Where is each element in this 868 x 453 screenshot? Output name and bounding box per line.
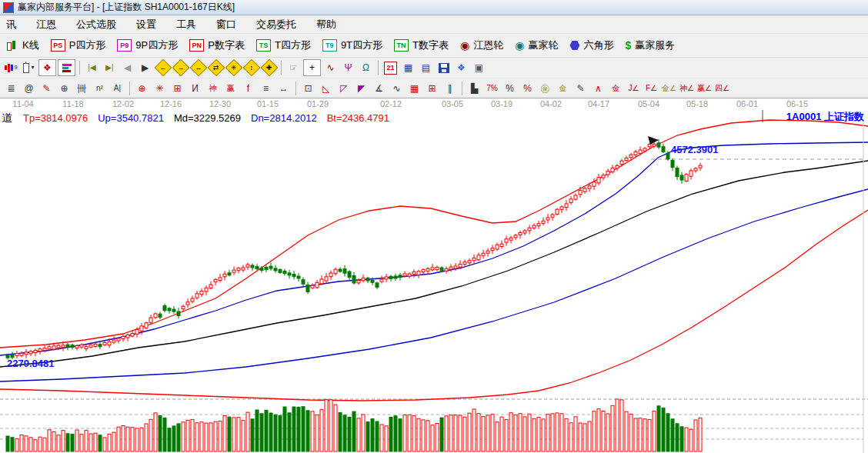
crosshair-tool-icon[interactable]: + [303,59,321,76]
kline-button[interactable]: K线 [6,38,39,52]
marker-pen-icon[interactable]: ✎ [38,81,55,96]
expand-horizontal-icon[interactable]: ↔ [190,60,206,75]
print-icon[interactable]: ▣ [471,60,487,75]
fan-box-fill-icon[interactable]: ◤ [353,81,369,96]
teal-tool-icon[interactable]: Ω [358,60,374,75]
flag-ruler-icon[interactable]: f [240,81,256,96]
menu-item-0[interactable]: 讯 [5,16,18,33]
export-globe-icon[interactable]: ❖ [453,60,469,75]
pan-left-icon[interactable]: ← [155,60,171,75]
t9-square-button-badge-icon: T9 [322,39,337,52]
menubar: 讯江恩公式选股设置工具窗口交易委托帮助 [0,15,868,34]
save-disk-icon[interactable] [436,60,452,75]
n-squared-icon[interactable]: n² [92,81,108,96]
p-square-button[interactable]: PSP四方形 [51,38,106,52]
indicator-value-2: Md=3229.5269 [174,112,241,124]
j-angle-icon[interactable]: J∠ [626,81,642,96]
angle-marks-icon[interactable]: И [187,81,203,96]
gann-circle-icon[interactable]: ⊕ [134,81,150,96]
shen-angle-icon[interactable]: 神∠ [679,81,695,96]
bars-9-icon[interactable]: 9 [3,60,19,75]
indicator-value-4: Bt=2436.4791 [327,112,389,124]
seek-first-icon[interactable]: |◀ [84,60,100,75]
indicator-value-3: Dn=2814.2012 [251,112,317,124]
gold-angle-icon[interactable]: 金∠ [661,81,677,96]
parallel-lines-icon[interactable]: ∥ [442,81,458,96]
grid-box-icon[interactable]: ▦ [406,81,422,96]
brush-icon[interactable]: ✎ [573,81,589,96]
gold-levels-icon[interactable]: 金 [555,81,571,96]
wave-levels-icon[interactable]: ∧ [590,81,606,96]
menu-item-2[interactable]: 公式选股 [75,16,118,33]
text-tool-icon[interactable]: A| [109,81,125,96]
zigzag-icon[interactable]: ∿ [389,81,405,96]
menu-item-7[interactable]: 帮助 [315,16,338,33]
gann-fan-icon[interactable]: ◺ [318,81,334,96]
indicator-values: 道Tp=3814.0976Up=3540.7821Md=3229.5269Dn=… [2,112,399,125]
menu-item-5[interactable]: 窗口 [215,16,238,33]
hexagon-button[interactable]: 六角形 [569,38,613,52]
spiral-icon[interactable]: @ [21,81,37,96]
ruler-icon[interactable]: ≣ [3,81,19,96]
expand-vertical-icon[interactable]: ↕ [243,60,259,75]
f-angle-icon[interactable]: F∠ [643,81,659,96]
gann-wheel-icon: ◉ [460,40,469,51]
purple-tool-icon[interactable]: Ψ [340,60,356,75]
kline-chart[interactable] [0,110,868,453]
pattern-tool-icon[interactable]: ❖ [38,59,56,76]
compress-all-icon[interactable]: ✳ [225,60,242,75]
gann-wheel-button[interactable]: ◉江恩轮 [460,38,503,52]
menu-item-3[interactable]: 设置 [135,16,158,33]
fan-box-icon[interactable]: ◸ [336,81,352,96]
calendar-icon[interactable]: 21 [382,60,399,75]
gold-red-icon[interactable]: 金 [608,81,624,96]
winner-wheel-button[interactable]: ◉赢家轮 [515,38,558,52]
angle-line-tool-icon[interactable]: ∿ [322,60,339,75]
dial-ruler-icon[interactable]: ⊕ [56,81,72,96]
chart-area[interactable]: 道Tp=3814.0976Up=3540.7821Md=3229.5269Dn=… [0,110,868,453]
comb-icon[interactable]: 卌 [74,81,90,96]
window-title: 赢家内部服务平台] - [上证指数 SH1A0001-167日K线] [18,1,235,14]
toolbar-separator [129,82,130,95]
si-angle-icon[interactable]: 四∠ [714,81,730,96]
t-number-table-button[interactable]: TNT数字表 [394,38,449,52]
hand-tool-icon[interactable]: ☞ [285,60,302,75]
angles-icon[interactable]: ∡ [371,81,387,96]
ying-tool-icon[interactable]: 赢 [222,81,239,96]
p9-square-button-badge-icon: P9 [117,39,132,52]
percent-line-icon[interactable]: 7% [484,81,500,96]
pan-right-icon[interactable]: → [172,60,189,75]
compress-horizontal-icon[interactable]: ⇄ [208,60,224,75]
center-view-icon[interactable]: ✚ [261,60,277,75]
percent-levels-icon[interactable]: % [519,81,536,96]
select-box-icon[interactable]: ⊡ [300,81,316,96]
column-chart-icon[interactable]: ▙ [466,81,482,96]
web-grid-icon[interactable]: ⊞ [169,81,185,96]
step-forward-icon[interactable]: ▶ [137,60,153,75]
t-square-button[interactable]: TST四方形 [256,38,311,52]
ying-angle-icon[interactable]: 赢∠ [696,81,713,96]
candle-width-dropdown[interactable]: ▾ [21,60,37,75]
menu-item-6[interactable]: 交易委托 [255,16,298,33]
menu-item-4[interactable]: 工具 [175,16,198,33]
step-back-icon[interactable]: ◀ [119,60,135,75]
left-price-label: 2279.8481 [7,358,54,369]
seek-last-icon[interactable]: ▶| [102,60,118,75]
t9-square-button[interactable]: T99T四方形 [322,38,382,52]
web-star-icon[interactable]: ✳ [152,81,168,96]
axis-date-label: 12-16 [160,99,182,108]
histogram-tool-icon[interactable] [58,59,75,76]
width-measure-icon[interactable]: ↔ [275,81,292,96]
percent-icon[interactable]: % [502,81,518,96]
t9-square-button-label: 9T四方形 [341,38,382,52]
ruler-123-icon[interactable]: ≡ [258,81,274,96]
p-number-table-button[interactable]: PNP数字表 [189,38,245,52]
grid-axis-icon[interactable]: ⊞ [424,81,440,96]
notes-icon[interactable]: ▤ [418,60,434,75]
winner-service-button[interactable]: $赢家服务 [625,38,675,52]
calculator-icon[interactable]: ▦ [400,60,416,75]
gold-circle-icon[interactable]: ㊎ [537,81,553,96]
menu-item-1[interactable]: 江恩 [35,16,58,33]
shen-tool-icon[interactable]: 神 [205,81,221,96]
p9-square-button[interactable]: P99P四方形 [117,38,178,52]
